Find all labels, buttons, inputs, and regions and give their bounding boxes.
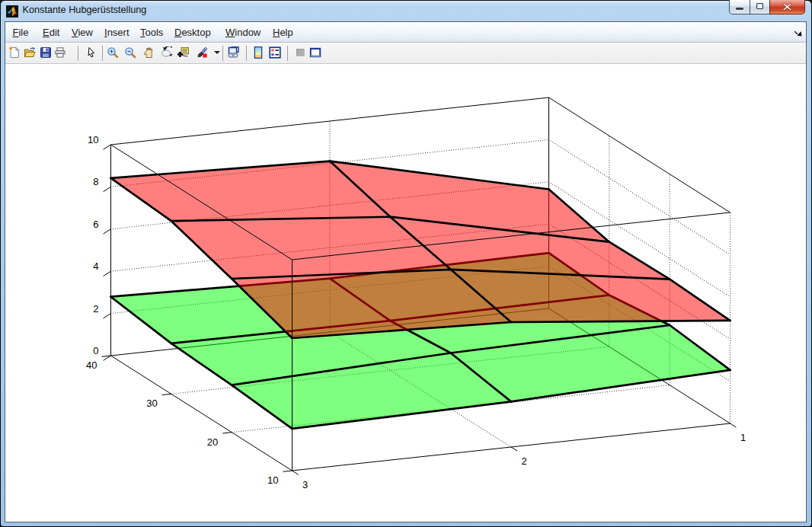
svg-text:1: 1 xyxy=(740,432,746,443)
svg-text:2: 2 xyxy=(93,303,98,315)
svg-text:40: 40 xyxy=(86,359,97,371)
svg-text:30: 30 xyxy=(146,398,157,409)
svg-text:10: 10 xyxy=(88,134,98,145)
svg-text:4: 4 xyxy=(93,260,98,272)
svg-text:20: 20 xyxy=(207,436,218,448)
svg-text:2: 2 xyxy=(521,455,526,467)
svg-text:8: 8 xyxy=(93,176,98,187)
svg-text:10: 10 xyxy=(267,474,278,486)
svg-text:6: 6 xyxy=(93,219,98,230)
svg-text:3: 3 xyxy=(302,479,308,490)
svg-text:0: 0 xyxy=(93,345,98,356)
